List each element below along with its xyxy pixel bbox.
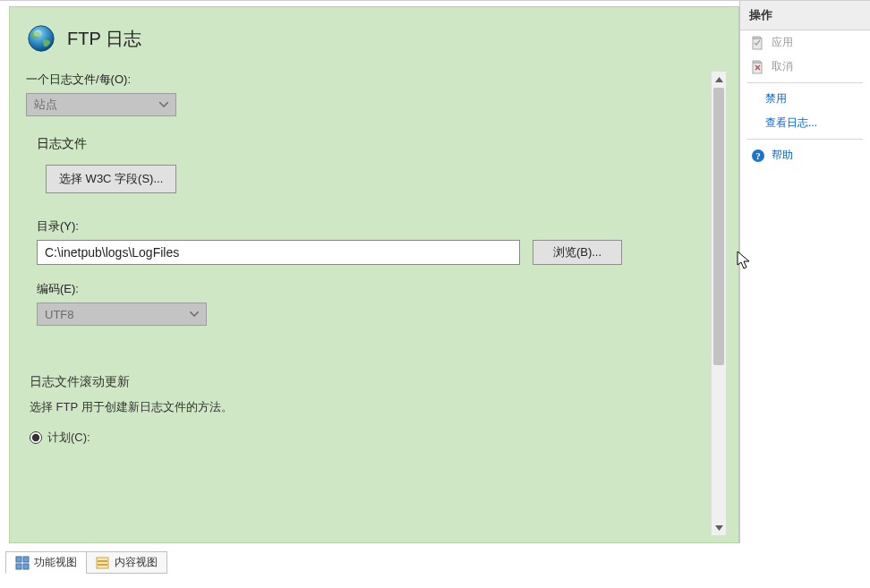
help-icon: ?	[751, 149, 765, 163]
action-help[interactable]: ? 帮助	[740, 143, 870, 167]
scroll-down-arrow-icon[interactable]	[712, 520, 727, 535]
content-view-icon	[96, 556, 110, 570]
action-divider	[747, 82, 863, 83]
encoding-value: UTF8	[45, 308, 74, 321]
directory-label: 目录(Y):	[37, 218, 710, 234]
action-help-label: 帮助	[772, 148, 793, 163]
svg-rect-11	[98, 560, 107, 562]
rollover-title: 日志文件滚动更新	[30, 374, 710, 390]
tab-features-label: 功能视图	[34, 555, 77, 570]
schedule-radio[interactable]	[30, 431, 42, 444]
svg-text:?: ?	[755, 150, 761, 161]
schedule-radio-label: 计划(C):	[47, 430, 90, 446]
main-panel: FTP 日志 一个日志文件/每(O): 站点 日志文件 选择 W3C 字段	[0, 1, 739, 543]
action-cancel-label: 取消	[772, 59, 793, 74]
apply-icon	[751, 36, 765, 50]
page-header: FTP 日志	[26, 23, 726, 54]
features-view-icon	[15, 556, 30, 570]
action-apply-label: 应用	[772, 35, 793, 50]
encoding-label: 编码(E):	[37, 281, 710, 297]
cancel-icon	[751, 60, 765, 74]
action-view-logs-label: 查看日志...	[765, 115, 817, 131]
tab-content-label: 内容视图	[115, 555, 158, 570]
svg-rect-12	[98, 564, 107, 566]
action-disable-label: 禁用	[765, 91, 787, 107]
actions-header: 操作	[740, 1, 870, 30]
one-log-file-group: 一个日志文件/每(O): 站点	[26, 72, 710, 116]
encoding-select: UTF8	[37, 303, 207, 326]
chevron-down-icon	[190, 311, 199, 317]
rollover-section: 日志文件滚动更新 选择 FTP 用于创建新日志文件的方法。 计划(C):	[30, 374, 710, 446]
svg-rect-8	[16, 564, 21, 569]
action-divider	[747, 139, 863, 140]
scrollbar-thumb[interactable]	[713, 88, 724, 365]
rollover-description: 选择 FTP 用于创建新日志文件的方法。	[30, 399, 710, 415]
form-scroll-body: 一个日志文件/每(O): 站点 日志文件 选择 W3C 字段(S)...	[26, 72, 726, 535]
one-log-file-select: 站点	[26, 93, 176, 116]
schedule-radio-row[interactable]: 计划(C):	[30, 430, 710, 446]
svg-rect-7	[23, 557, 29, 562]
svg-rect-10	[97, 558, 108, 568]
browse-button[interactable]: 浏览(B)...	[533, 240, 622, 265]
one-log-file-label: 一个日志文件/每(O):	[26, 72, 710, 88]
bottom-tabs: 功能视图 内容视图	[5, 550, 166, 574]
action-cancel: 取消	[740, 55, 870, 79]
svg-point-1	[34, 30, 42, 38]
page-title: FTP 日志	[67, 27, 141, 51]
chevron-down-icon	[159, 102, 168, 107]
content-box: FTP 日志 一个日志文件/每(O): 站点 日志文件 选择 W3C 字段	[9, 6, 739, 543]
vertical-scrollbar[interactable]	[711, 72, 726, 535]
action-apply: 应用	[740, 30, 870, 55]
tab-content-view[interactable]: 内容视图	[86, 551, 167, 574]
directory-input[interactable]	[37, 240, 520, 265]
svg-point-0	[29, 26, 54, 51]
globe-ftp-icon	[26, 23, 56, 54]
action-disable[interactable]: 禁用	[740, 87, 870, 111]
svg-rect-9	[23, 564, 29, 569]
tab-features-view[interactable]: 功能视图	[5, 551, 87, 574]
log-file-section: 日志文件 选择 W3C 字段(S)... 目录(Y): 浏览(B)... 编码(…	[37, 136, 710, 326]
action-view-logs[interactable]: 查看日志...	[740, 111, 870, 135]
log-file-section-title: 日志文件	[37, 136, 710, 152]
one-log-file-value: 站点	[34, 97, 57, 113]
actions-panel: 操作 应用 取消 禁用 查看日志... ? 帮助	[739, 1, 870, 543]
scroll-up-arrow-icon[interactable]	[712, 72, 727, 87]
select-w3c-fields-button[interactable]: 选择 W3C 字段(S)...	[46, 165, 176, 193]
svg-rect-6	[16, 557, 21, 562]
